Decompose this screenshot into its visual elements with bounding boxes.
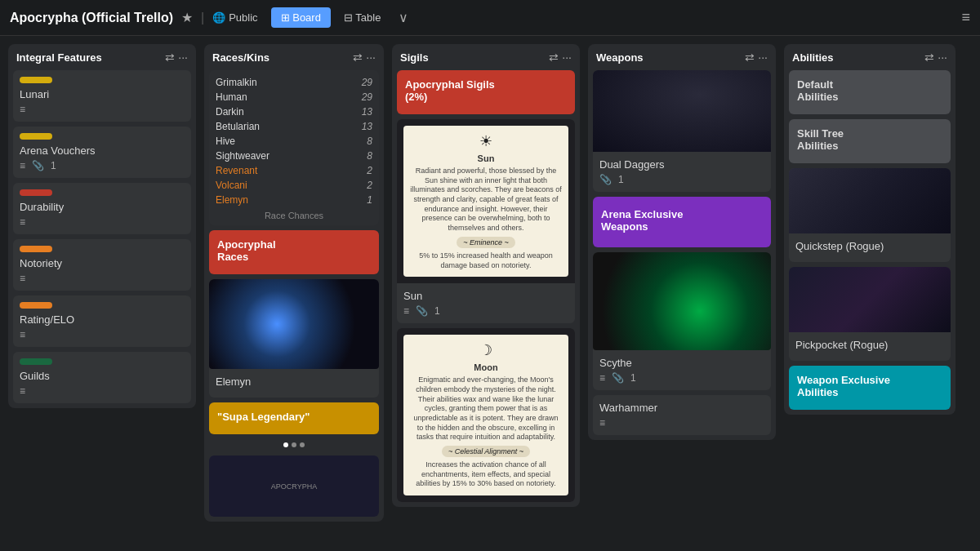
- column-header-abilities: Abilities ⇄ ···: [784, 44, 956, 70]
- board-title: Apocrypha (Official Trello): [10, 11, 173, 25]
- desc-icon: ≡: [20, 160, 25, 171]
- column-menu-icon[interactable]: ···: [562, 51, 572, 64]
- column-title-abilities: Abilities: [792, 51, 921, 64]
- column-add-icon[interactable]: ⇄: [549, 51, 559, 64]
- attach-icon: 📎: [612, 372, 624, 384]
- card-weapon-exclusive[interactable]: Weapon ExclusiveAbilities: [789, 366, 951, 410]
- card-default-abilities[interactable]: DefaultAbilities: [789, 70, 951, 114]
- card-durability[interactable]: Durability ≡: [13, 183, 191, 234]
- tab-table[interactable]: ⊟ Table: [334, 7, 390, 28]
- card-label: [20, 189, 52, 196]
- column-body-weapons: Dual Daggers 📎 1 Arena ExclusiveWeapons …: [588, 70, 776, 440]
- card-supa-legendary[interactable]: "Supa Legendary": [209, 402, 379, 434]
- card-title-quickstep: Quickstep (Rogue): [795, 240, 944, 252]
- attach-icon: 📎: [599, 174, 612, 185]
- globe-icon: 🌐: [212, 11, 225, 24]
- card-apocryphal-sigils[interactable]: Apocryphal Sigils(2%): [397, 70, 575, 114]
- card-guilds[interactable]: Guilds ≡: [13, 352, 191, 403]
- column-title-sigils: Sigils: [400, 51, 546, 64]
- desc-icon: ≡: [20, 216, 25, 228]
- dot-1: [283, 442, 288, 447]
- card-title-sun: Sun: [403, 290, 568, 302]
- menu-icon[interactable]: ≡: [961, 9, 970, 26]
- race-row-betularian: Betularian13: [216, 119, 372, 134]
- card-elemyn[interactable]: Elemyn: [209, 279, 379, 398]
- card-title-guilds: Guilds: [20, 370, 185, 382]
- card-title-warhammer: Warhammer: [599, 402, 764, 414]
- tab-board[interactable]: ⊞ Board: [271, 7, 331, 28]
- card-label: [20, 358, 52, 365]
- card-title-default-abilities: DefaultAbilities: [797, 78, 942, 103]
- card-warhammer[interactable]: Warhammer ≡: [593, 395, 771, 435]
- column-weapons: Weapons ⇄ ··· Dual Daggers 📎 1: [588, 44, 776, 440]
- card-race-table[interactable]: Grimalkin29 Human29 Darkin13 Betularian1…: [209, 70, 379, 225]
- desc-icon: ≡: [20, 273, 25, 284]
- elemyn-image: [209, 279, 379, 369]
- column-menu-icon[interactable]: ···: [178, 51, 188, 64]
- column-title-weapons: Weapons: [596, 51, 742, 64]
- more-views-icon[interactable]: ∨: [399, 10, 408, 25]
- column-sigils: Sigils ⇄ ··· Apocryphal Sigils(2%) ☀ Sun…: [392, 44, 580, 507]
- card-title-arena-exclusive: Arena ExclusiveWeapons: [601, 208, 763, 233]
- card-title-supa-legendary: "Supa Legendary": [217, 411, 371, 423]
- card-lunari[interactable]: Lunari ≡: [13, 70, 191, 122]
- column-menu-icon[interactable]: ···: [366, 51, 376, 64]
- race-row-elemyn: Elemyn1: [216, 193, 372, 207]
- race-row-revenant: Revenant2: [216, 163, 372, 178]
- desc-icon: ≡: [20, 385, 25, 397]
- sigil-sun-title: Sun: [410, 153, 562, 163]
- visibility-indicator[interactable]: 🌐 Public: [212, 11, 257, 24]
- column-add-icon[interactable]: ⇄: [745, 51, 755, 64]
- card-apocrypha-doc[interactable]: APOCRYPHA: [209, 455, 379, 517]
- view-tabs: ⊞ Board ⊟ Table: [271, 7, 391, 28]
- card-moon-sigil[interactable]: ☽ Moon Enigmatic and ever-changing, the …: [397, 328, 575, 502]
- column-add-icon[interactable]: ⇄: [924, 51, 934, 64]
- carousel-dots: [209, 439, 379, 451]
- column-body-abilities: DefaultAbilities Skill TreeAbilities Qui…: [784, 70, 956, 415]
- card-title-weapon-exclusive: Weapon ExclusiveAbilities: [797, 374, 942, 398]
- card-arena-vouchers[interactable]: Arena Vouchers ≡ 📎 1: [13, 127, 191, 178]
- card-skill-tree[interactable]: Skill TreeAbilities: [789, 119, 951, 163]
- column-body-integral: Lunari ≡ Arena Vouchers ≡ 📎 1: [8, 70, 196, 408]
- column-menu-icon[interactable]: ···: [938, 51, 947, 64]
- sigil-moon-title: Moon: [410, 362, 562, 372]
- card-title-pickpocket: Pickpocket (Rogue): [795, 339, 944, 351]
- card-dual-daggers[interactable]: Dual Daggers 📎 1: [593, 70, 771, 192]
- column-add-icon[interactable]: ⇄: [165, 51, 175, 64]
- sigil-sun-bonus: 5% to 15% increased health and weapon da…: [410, 251, 562, 270]
- column-header-sigils: Sigils ⇄ ···: [392, 44, 580, 70]
- sigil-sun-desc: Radiant and powerful, those blessed by t…: [410, 167, 562, 233]
- card-scythe[interactable]: Scythe ≡ 📎 1: [593, 252, 771, 390]
- column-add-icon[interactable]: ⇄: [353, 51, 363, 64]
- attach-icon: 📎: [32, 160, 44, 171]
- race-row-hive: Hive8: [216, 134, 372, 149]
- column-integral-features: Integral Features ⇄ ··· Lunari ≡ Arena V…: [8, 44, 196, 408]
- card-rating-elo[interactable]: Rating/ELO ≡: [13, 295, 191, 347]
- sigil-moon-desc: Enigmatic and ever-changing, the Moon's …: [410, 375, 562, 442]
- card-quickstep[interactable]: Quickstep (Rogue): [789, 168, 951, 262]
- card-apocryphal-races[interactable]: ApocryphalRaces: [209, 230, 379, 274]
- column-body-races: Grimalkin29 Human29 Darkin13 Betularian1…: [204, 70, 384, 522]
- card-title-rating: Rating/ELO: [20, 313, 185, 326]
- column-title-integral: Integral Features: [16, 51, 162, 64]
- card-title-skill-tree: Skill TreeAbilities: [797, 127, 942, 152]
- race-row-sightweaver: Sightweaver8: [216, 149, 372, 163]
- card-pickpocket[interactable]: Pickpocket (Rogue): [789, 267, 951, 361]
- star-icon[interactable]: ★: [181, 10, 193, 25]
- sun-symbol: ☀: [410, 132, 562, 150]
- apocrypha-doc-image: APOCRYPHA: [209, 455, 379, 517]
- card-sun-sigil[interactable]: ☀ Sun Radiant and powerful, those blesse…: [397, 119, 575, 323]
- card-notoriety[interactable]: Notoriety ≡: [13, 239, 191, 291]
- column-header-integral: Integral Features ⇄ ···: [8, 44, 196, 70]
- desc-icon: ≡: [599, 372, 605, 384]
- column-title-races: Races/Kins: [212, 51, 350, 64]
- attach-icon: 📎: [416, 305, 428, 317]
- column-menu-icon[interactable]: ···: [758, 51, 768, 64]
- card-title-elemyn: Elemyn: [216, 375, 372, 388]
- column-body-sigils: Apocryphal Sigils(2%) ☀ Sun Radiant and …: [392, 70, 580, 507]
- quickstep-image: [789, 168, 951, 233]
- race-row-volcani: Volcani2: [216, 178, 372, 193]
- attach-count: 1: [434, 305, 440, 317]
- sigil-moon-card: ☽ Moon Enigmatic and ever-changing, the …: [403, 335, 568, 495]
- card-arena-exclusive-weapons[interactable]: Arena ExclusiveWeapons: [593, 197, 771, 247]
